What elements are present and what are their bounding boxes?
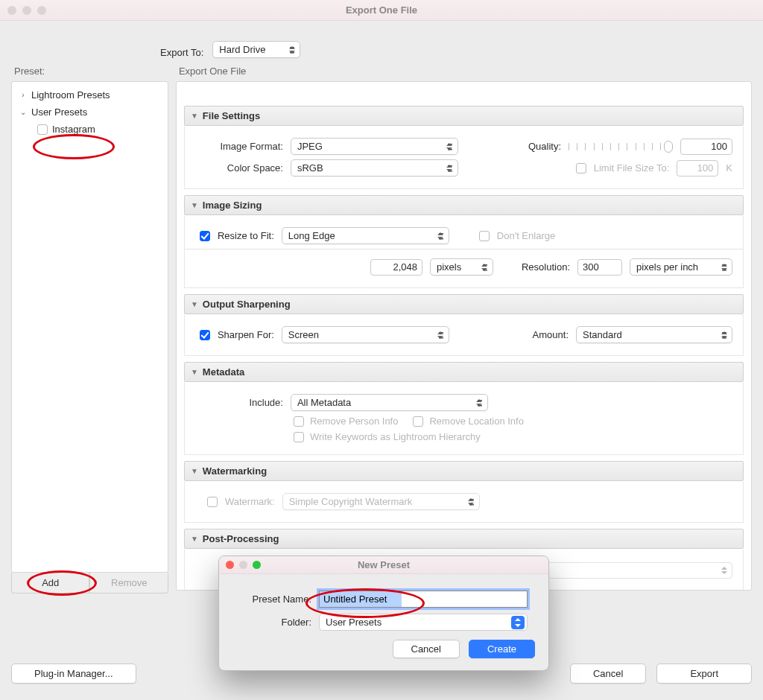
folder-label: Folder:: [232, 617, 311, 628]
quality-value: 100: [711, 141, 727, 152]
amount-value: Standard: [583, 329, 622, 340]
preset-item-instagram[interactable]: Instagram: [16, 121, 163, 138]
chevron-updown-icon: [721, 331, 727, 339]
chevron-updown-icon: [511, 616, 525, 629]
quality-slider[interactable]: [569, 141, 673, 152]
image-format-value: JPEG: [297, 141, 323, 152]
modal-titlebar: New Preset: [219, 556, 548, 574]
resolution-label: Resolution:: [522, 261, 570, 273]
export-button[interactable]: Export: [656, 664, 752, 684]
remove-preset-button[interactable]: Remove: [89, 573, 168, 594]
triangle-down-icon: ▼: [191, 201, 198, 209]
preset-tree[interactable]: › Lightroom Presets ⌄ User Presets Insta…: [11, 81, 168, 573]
modal-create-button[interactable]: Create: [469, 640, 535, 658]
section-title: Watermarking: [203, 465, 267, 477]
color-space-select[interactable]: sRGB: [291, 159, 458, 176]
right-header: Export One File: [176, 64, 752, 81]
image-format-select[interactable]: JPEG: [291, 138, 458, 155]
remove-person-checkbox[interactable]: [294, 416, 304, 427]
section-watermarking[interactable]: ▼ Watermarking: [184, 461, 744, 481]
section-title: Post-Processing: [203, 533, 279, 544]
section-image-sizing[interactable]: ▼ Image Sizing: [184, 195, 744, 215]
cancel-button[interactable]: Cancel: [570, 664, 646, 684]
add-preset-button[interactable]: Add: [11, 573, 89, 594]
preset-group-lightroom[interactable]: › Lightroom Presets: [16, 86, 163, 104]
size-value: 2,048: [393, 261, 417, 273]
triangle-down-icon: ▼: [191, 535, 198, 543]
resize-select[interactable]: Long Edge: [282, 227, 449, 244]
triangle-down-icon: ▼: [191, 368, 198, 376]
write-keywords-checkbox[interactable]: [294, 432, 304, 442]
remove-location-label: Remove Location Info: [429, 416, 523, 427]
section-title: Image Sizing: [203, 200, 262, 211]
remove-person-label: Remove Person Info: [310, 416, 399, 427]
sharpen-for-select[interactable]: Screen: [282, 326, 449, 343]
size-unit-select[interactable]: pixels: [430, 258, 493, 276]
chevron-updown-icon: [437, 232, 444, 240]
watermark-label: Watermark:: [225, 496, 275, 507]
chevron-right-icon: ›: [19, 91, 27, 99]
export-to-select[interactable]: Hard Drive: [212, 41, 300, 58]
sharpen-for-value: Screen: [288, 329, 319, 340]
triangle-down-icon: ▼: [191, 112, 198, 120]
export-to-row: Export To: Hard Drive: [0, 21, 763, 64]
chevron-updown-icon: [481, 264, 488, 271]
checkbox[interactable]: [37, 124, 48, 135]
chevron-updown-icon: [476, 399, 483, 407]
section-metadata[interactable]: ▼ Metadata: [184, 362, 744, 382]
resolution-value: 300: [583, 261, 599, 273]
watermark-select[interactable]: Simple Copyright Watermark: [282, 493, 480, 510]
plugin-manager-button[interactable]: Plug-in Manager...: [11, 664, 136, 684]
export-to-value: Hard Drive: [219, 44, 265, 55]
limit-size-unit: K: [726, 162, 732, 174]
remove-location-checkbox[interactable]: [413, 416, 423, 427]
include-select[interactable]: All Metadata: [291, 394, 488, 411]
section-output-sharpening[interactable]: ▼ Output Sharpening: [184, 294, 744, 314]
chevron-updown-icon: [288, 46, 295, 54]
watermark-checkbox[interactable]: [207, 497, 218, 507]
color-space-value: sRGB: [297, 162, 323, 174]
settings-panel[interactable]: ▼ File Settings Image Format: JPEG Quali…: [176, 81, 752, 591]
preset-name-input[interactable]: [319, 591, 528, 608]
preset-group-label: User Presets: [31, 106, 87, 118]
chevron-updown-icon: [721, 264, 727, 271]
include-label: Include:: [195, 397, 283, 408]
section-title: Output Sharpening: [203, 299, 291, 310]
size-input[interactable]: 2,048: [370, 259, 422, 276]
amount-select[interactable]: Standard: [576, 326, 732, 343]
modal-cancel-button[interactable]: Cancel: [393, 640, 460, 658]
limit-size-input[interactable]: 100: [677, 160, 718, 176]
section-file-settings[interactable]: ▼ File Settings: [184, 106, 744, 126]
chevron-down-icon: ⌄: [19, 108, 27, 116]
chevron-updown-icon: [446, 143, 453, 150]
resize-value: Long Edge: [288, 230, 335, 241]
quality-input[interactable]: 100: [680, 139, 732, 155]
dont-enlarge-checkbox[interactable]: [479, 231, 490, 241]
window-titlebar: Export One File: [0, 0, 763, 21]
slider-knob[interactable]: [664, 141, 673, 153]
amount-label: Amount:: [533, 329, 569, 340]
folder-select[interactable]: User Presets: [319, 614, 528, 631]
section-post-processing[interactable]: ▼ Post-Processing: [184, 529, 744, 549]
watermark-value: Simple Copyright Watermark: [289, 496, 413, 507]
chevron-updown-icon: [437, 331, 444, 339]
sharpen-checkbox[interactable]: [200, 330, 210, 340]
modal-title: New Preset: [219, 559, 548, 570]
preset-header: Preset:: [11, 64, 168, 81]
preset-group-label: Lightroom Presets: [31, 89, 110, 101]
limit-size-value: 100: [697, 162, 714, 174]
preset-group-user[interactable]: ⌄ User Presets: [16, 104, 163, 121]
resolution-input[interactable]: 300: [577, 259, 622, 276]
export-to-label: Export To:: [160, 47, 203, 58]
section-title: Metadata: [203, 366, 244, 378]
chevron-updown-icon: [468, 498, 475, 506]
resolution-unit-select[interactable]: pixels per inch: [630, 258, 732, 276]
sharpen-label: Sharpen For:: [218, 329, 274, 340]
section-title: File Settings: [203, 110, 260, 121]
resize-checkbox[interactable]: [200, 231, 210, 241]
triangle-down-icon: ▼: [191, 467, 198, 475]
include-value: All Metadata: [297, 397, 351, 408]
limit-size-checkbox[interactable]: [576, 163, 586, 174]
preset-name-label: Preset Name:: [232, 594, 311, 605]
folder-value: User Presets: [326, 617, 382, 628]
